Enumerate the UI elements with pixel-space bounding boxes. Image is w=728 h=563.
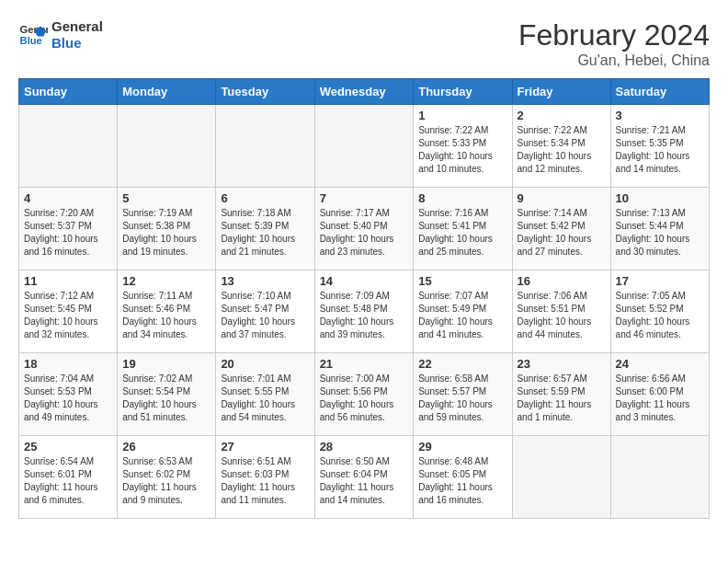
calendar-cell bbox=[118, 105, 216, 188]
day-detail: Sunrise: 7:11 AM Sunset: 5:46 PM Dayligh… bbox=[122, 290, 210, 341]
col-header-monday: Monday bbox=[118, 79, 216, 105]
day-detail: Sunrise: 6:50 AM Sunset: 6:04 PM Dayligh… bbox=[320, 455, 409, 507]
calendar-cell: 21Sunrise: 7:00 AM Sunset: 5:56 PM Dayli… bbox=[314, 353, 414, 436]
calendar-cell: 8Sunrise: 7:16 AM Sunset: 5:41 PM Daylig… bbox=[414, 188, 512, 270]
calendar-cell: 13Sunrise: 7:10 AM Sunset: 5:47 PM Dayli… bbox=[216, 270, 314, 353]
day-number: 17 bbox=[616, 274, 704, 288]
calendar-cell: 7Sunrise: 7:17 AM Sunset: 5:40 PM Daylig… bbox=[314, 188, 414, 270]
day-detail: Sunrise: 7:19 AM Sunset: 5:38 PM Dayligh… bbox=[122, 207, 210, 259]
day-detail: Sunrise: 7:14 AM Sunset: 5:42 PM Dayligh… bbox=[518, 207, 606, 259]
day-number: 10 bbox=[616, 191, 704, 205]
day-number: 27 bbox=[221, 440, 309, 454]
day-detail: Sunrise: 7:20 AM Sunset: 5:37 PM Dayligh… bbox=[24, 207, 112, 259]
calendar-cell: 18Sunrise: 7:04 AM Sunset: 5:53 PM Dayli… bbox=[19, 353, 118, 436]
day-number: 20 bbox=[221, 357, 309, 371]
day-number: 24 bbox=[616, 357, 704, 371]
day-detail: Sunrise: 7:22 AM Sunset: 5:34 PM Dayligh… bbox=[518, 124, 606, 176]
calendar-cell: 10Sunrise: 7:13 AM Sunset: 5:44 PM Dayli… bbox=[610, 188, 709, 270]
calendar-cell: 14Sunrise: 7:09 AM Sunset: 5:48 PM Dayli… bbox=[314, 270, 414, 353]
day-number: 12 bbox=[122, 274, 210, 288]
day-number: 18 bbox=[24, 357, 112, 371]
calendar-cell: 6Sunrise: 7:18 AM Sunset: 5:39 PM Daylig… bbox=[216, 188, 314, 270]
logo: General Blue General Blue bbox=[18, 18, 103, 52]
calendar-title: February 2024 bbox=[518, 18, 710, 52]
day-detail: Sunrise: 6:51 AM Sunset: 6:03 PM Dayligh… bbox=[221, 455, 309, 507]
day-number: 1 bbox=[418, 109, 506, 122]
day-detail: Sunrise: 7:09 AM Sunset: 5:48 PM Dayligh… bbox=[320, 290, 409, 341]
day-number: 8 bbox=[418, 191, 506, 205]
calendar-cell: 23Sunrise: 6:57 AM Sunset: 5:59 PM Dayli… bbox=[512, 353, 610, 436]
day-number: 26 bbox=[122, 440, 210, 454]
day-detail: Sunrise: 7:01 AM Sunset: 5:55 PM Dayligh… bbox=[221, 373, 309, 424]
day-detail: Sunrise: 6:57 AM Sunset: 5:59 PM Dayligh… bbox=[518, 373, 606, 424]
calendar-cell bbox=[19, 105, 118, 188]
day-number: 16 bbox=[518, 274, 606, 288]
col-header-saturday: Saturday bbox=[610, 79, 709, 105]
calendar-cell: 15Sunrise: 7:07 AM Sunset: 5:49 PM Dayli… bbox=[414, 270, 512, 353]
col-header-thursday: Thursday bbox=[414, 79, 512, 105]
day-number: 7 bbox=[320, 191, 409, 205]
calendar-cell: 1Sunrise: 7:22 AM Sunset: 5:33 PM Daylig… bbox=[414, 105, 512, 188]
day-detail: Sunrise: 7:06 AM Sunset: 5:51 PM Dayligh… bbox=[518, 290, 606, 341]
day-detail: Sunrise: 7:02 AM Sunset: 5:54 PM Dayligh… bbox=[122, 373, 210, 424]
calendar-cell: 27Sunrise: 6:51 AM Sunset: 6:03 PM Dayli… bbox=[216, 436, 314, 519]
calendar-cell: 29Sunrise: 6:48 AM Sunset: 6:05 PM Dayli… bbox=[414, 436, 512, 519]
calendar-cell: 5Sunrise: 7:19 AM Sunset: 5:38 PM Daylig… bbox=[118, 188, 216, 270]
col-header-tuesday: Tuesday bbox=[216, 79, 314, 105]
day-number: 13 bbox=[221, 274, 309, 288]
day-detail: Sunrise: 7:10 AM Sunset: 5:47 PM Dayligh… bbox=[221, 290, 309, 341]
day-number: 15 bbox=[418, 274, 506, 288]
day-detail: Sunrise: 7:07 AM Sunset: 5:49 PM Dayligh… bbox=[418, 290, 506, 341]
day-detail: Sunrise: 6:53 AM Sunset: 6:02 PM Dayligh… bbox=[122, 455, 210, 507]
week-row-1: 1Sunrise: 7:22 AM Sunset: 5:33 PM Daylig… bbox=[19, 105, 710, 188]
calendar-cell: 4Sunrise: 7:20 AM Sunset: 5:37 PM Daylig… bbox=[19, 188, 118, 270]
day-number: 21 bbox=[320, 357, 409, 371]
day-detail: Sunrise: 7:13 AM Sunset: 5:44 PM Dayligh… bbox=[616, 207, 704, 259]
calendar-cell: 16Sunrise: 7:06 AM Sunset: 5:51 PM Dayli… bbox=[512, 270, 610, 353]
calendar-cell: 2Sunrise: 7:22 AM Sunset: 5:34 PM Daylig… bbox=[512, 105, 610, 188]
day-detail: Sunrise: 7:21 AM Sunset: 5:35 PM Dayligh… bbox=[616, 124, 704, 176]
calendar-cell: 11Sunrise: 7:12 AM Sunset: 5:45 PM Dayli… bbox=[19, 270, 118, 353]
calendar-cell bbox=[610, 436, 709, 519]
day-number: 28 bbox=[320, 440, 409, 454]
day-detail: Sunrise: 6:56 AM Sunset: 6:00 PM Dayligh… bbox=[616, 373, 704, 424]
day-detail: Sunrise: 6:48 AM Sunset: 6:05 PM Dayligh… bbox=[418, 455, 506, 507]
col-header-friday: Friday bbox=[512, 79, 610, 105]
day-number: 25 bbox=[24, 440, 112, 454]
day-detail: Sunrise: 7:12 AM Sunset: 5:45 PM Dayligh… bbox=[24, 290, 112, 341]
day-number: 29 bbox=[418, 440, 506, 454]
day-detail: Sunrise: 7:16 AM Sunset: 5:41 PM Dayligh… bbox=[418, 207, 506, 259]
calendar-cell: 28Sunrise: 6:50 AM Sunset: 6:04 PM Dayli… bbox=[314, 436, 414, 519]
day-detail: Sunrise: 7:18 AM Sunset: 5:39 PM Dayligh… bbox=[221, 207, 309, 259]
week-row-2: 4Sunrise: 7:20 AM Sunset: 5:37 PM Daylig… bbox=[19, 188, 710, 270]
day-detail: Sunrise: 6:54 AM Sunset: 6:01 PM Dayligh… bbox=[24, 455, 112, 507]
day-detail: Sunrise: 7:00 AM Sunset: 5:56 PM Dayligh… bbox=[320, 373, 409, 424]
header: General Blue General Blue February 2024 … bbox=[18, 18, 710, 69]
day-detail: Sunrise: 7:22 AM Sunset: 5:33 PM Dayligh… bbox=[418, 124, 506, 176]
calendar-cell: 19Sunrise: 7:02 AM Sunset: 5:54 PM Dayli… bbox=[118, 353, 216, 436]
logo-line2: Blue bbox=[51, 35, 103, 52]
day-number: 9 bbox=[518, 191, 606, 205]
week-row-4: 18Sunrise: 7:04 AM Sunset: 5:53 PM Dayli… bbox=[19, 353, 710, 436]
col-header-wednesday: Wednesday bbox=[314, 79, 414, 105]
day-detail: Sunrise: 7:04 AM Sunset: 5:53 PM Dayligh… bbox=[24, 373, 112, 424]
day-number: 3 bbox=[616, 109, 704, 122]
calendar-cell: 20Sunrise: 7:01 AM Sunset: 5:55 PM Dayli… bbox=[216, 353, 314, 436]
calendar-cell bbox=[512, 436, 610, 519]
day-number: 11 bbox=[24, 274, 112, 288]
calendar-cell bbox=[314, 105, 414, 188]
day-number: 22 bbox=[418, 357, 506, 371]
calendar-cell: 22Sunrise: 6:58 AM Sunset: 5:57 PM Dayli… bbox=[414, 353, 512, 436]
day-number: 5 bbox=[122, 191, 210, 205]
calendar-subtitle: Gu'an, Hebei, China bbox=[518, 52, 710, 69]
col-header-sunday: Sunday bbox=[19, 79, 118, 105]
day-detail: Sunrise: 7:17 AM Sunset: 5:40 PM Dayligh… bbox=[320, 207, 409, 259]
calendar-table: SundayMondayTuesdayWednesdayThursdayFrid… bbox=[18, 78, 710, 519]
day-number: 2 bbox=[518, 109, 606, 122]
calendar-cell: 25Sunrise: 6:54 AM Sunset: 6:01 PM Dayli… bbox=[19, 436, 118, 519]
calendar-cell: 24Sunrise: 6:56 AM Sunset: 6:00 PM Dayli… bbox=[610, 353, 709, 436]
logo-line1: General bbox=[51, 18, 103, 35]
calendar-cell: 26Sunrise: 6:53 AM Sunset: 6:02 PM Dayli… bbox=[118, 436, 216, 519]
calendar-cell bbox=[216, 105, 314, 188]
logo-icon: General Blue bbox=[18, 20, 48, 50]
